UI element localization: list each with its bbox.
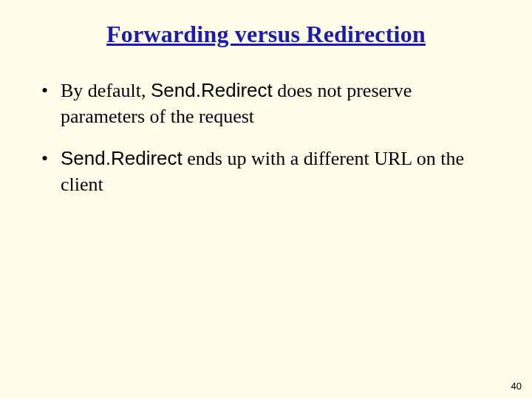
list-item: Send.Redirect ends up with a different U… <box>37 146 495 197</box>
list-item: By default, Send.Redirect does not prese… <box>37 78 495 129</box>
bullet-code: Send.Redirect <box>61 147 183 169</box>
bullet-list: By default, Send.Redirect does not prese… <box>37 78 495 197</box>
bullet-code: Send.Redirect <box>151 79 273 101</box>
slide: Forwarding versus Redirection By default… <box>0 0 532 399</box>
slide-title: Forwarding versus Redirection <box>37 21 495 48</box>
bullet-text-prefix: By default, <box>61 80 151 101</box>
page-number: 40 <box>511 381 522 392</box>
